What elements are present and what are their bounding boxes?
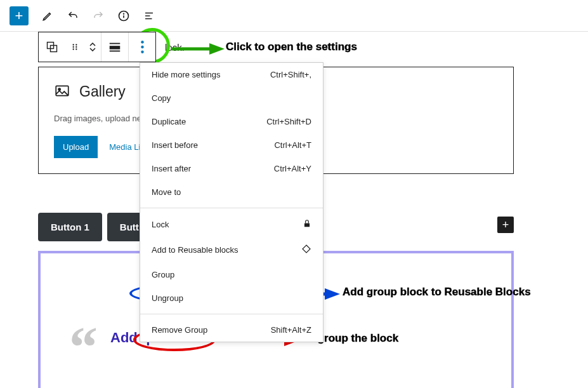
svg-marker-26 bbox=[325, 288, 340, 300]
block-options-menu: Hide more settings Ctrl+Shift+, Copy Dup… bbox=[140, 62, 323, 342]
add-block-button[interactable]: + bbox=[10, 6, 29, 25]
reusable-icon bbox=[301, 244, 311, 256]
svg-rect-16 bbox=[110, 51, 121, 52]
menu-insert-before[interactable]: Insert before Ctrl+Alt+T bbox=[140, 133, 323, 157]
menu-lock[interactable]: Lock bbox=[140, 212, 323, 237]
svg-point-17 bbox=[141, 41, 143, 43]
svg-point-19 bbox=[141, 51, 143, 53]
upload-button[interactable]: Upload bbox=[54, 136, 98, 158]
edit-icon[interactable] bbox=[41, 10, 54, 22]
info-icon[interactable] bbox=[117, 10, 130, 22]
editor-canvas: lock. bbox=[0, 32, 588, 51]
more-options-button[interactable] bbox=[129, 32, 155, 62]
svg-point-8 bbox=[73, 44, 74, 45]
annotation-arrow-green bbox=[171, 43, 225, 56]
svg-point-10 bbox=[73, 46, 74, 48]
svg-point-12 bbox=[73, 48, 74, 50]
move-up-down[interactable] bbox=[84, 32, 101, 62]
redo-icon bbox=[92, 10, 105, 22]
svg-point-9 bbox=[75, 44, 77, 45]
outline-icon[interactable] bbox=[143, 10, 155, 22]
svg-point-13 bbox=[75, 48, 77, 50]
svg-point-2 bbox=[124, 13, 124, 14]
menu-separator bbox=[140, 314, 323, 314]
svg-rect-22 bbox=[304, 223, 310, 227]
svg-point-11 bbox=[75, 46, 77, 48]
menu-copy[interactable]: Copy bbox=[140, 86, 323, 110]
editor-topbar: + bbox=[0, 0, 588, 32]
annotation-text-open-settings: Click to open the settings bbox=[226, 41, 357, 53]
menu-ungroup[interactable]: Ungroup bbox=[140, 286, 323, 310]
undo-icon[interactable] bbox=[67, 10, 79, 22]
svg-marker-24 bbox=[209, 43, 225, 55]
menu-hide-more-settings[interactable]: Hide more settings Ctrl+Shift+, bbox=[140, 63, 323, 86]
lock-icon bbox=[303, 219, 311, 230]
svg-point-18 bbox=[141, 46, 143, 48]
menu-separator bbox=[140, 208, 323, 208]
button-1[interactable]: Button 1 bbox=[38, 213, 102, 241]
menu-group[interactable]: Group bbox=[140, 263, 323, 286]
drag-handle-icon[interactable] bbox=[65, 32, 84, 62]
menu-move-to[interactable]: Move to bbox=[140, 180, 323, 204]
svg-rect-14 bbox=[110, 43, 121, 44]
quote-mark-icon: “ bbox=[69, 333, 98, 361]
block-toolbar bbox=[38, 32, 156, 62]
menu-remove-group[interactable]: Remove Group Shift+Alt+Z bbox=[140, 318, 323, 342]
gallery-title: Gallery bbox=[79, 83, 126, 100]
menu-add-reusable[interactable]: Add to Reusable blocks bbox=[140, 237, 323, 263]
menu-duplicate[interactable]: Duplicate Ctrl+Shift+D bbox=[140, 110, 323, 133]
menu-insert-after[interactable]: Insert after Ctrl+Alt+Y bbox=[140, 157, 323, 180]
gallery-icon bbox=[54, 83, 70, 101]
align-icon[interactable] bbox=[101, 32, 128, 62]
add-button-icon[interactable]: + bbox=[497, 217, 514, 233]
annotation-text-add-reusable: Add group block to Reusable Blocks bbox=[343, 286, 531, 298]
svg-rect-15 bbox=[110, 46, 121, 50]
select-parent-icon[interactable] bbox=[39, 32, 65, 62]
